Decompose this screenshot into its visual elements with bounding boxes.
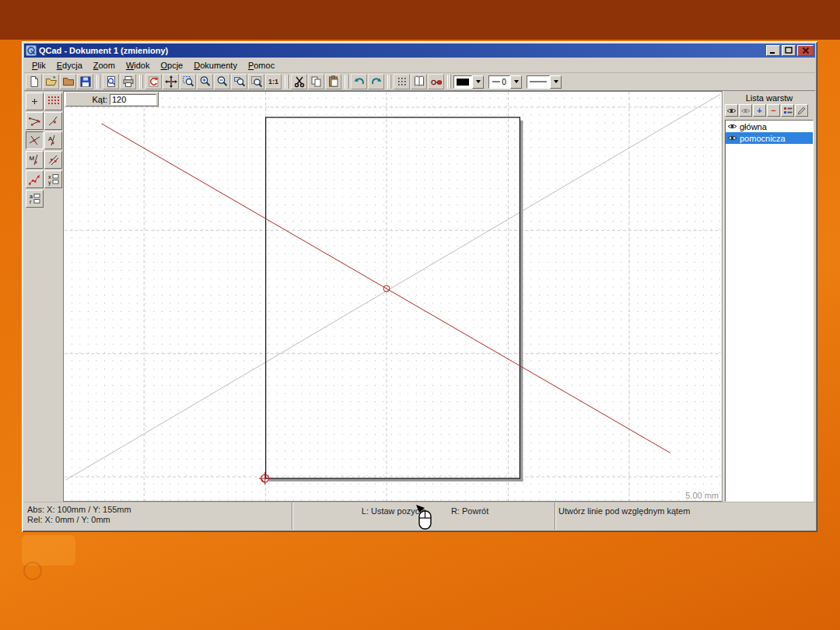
preferences-button[interactable]: [411, 74, 427, 89]
qcad-app-icon: [26, 45, 37, 56]
save-file-button[interactable]: [77, 74, 93, 89]
layer-visibility-icon[interactable]: [727, 123, 737, 130]
points-grid-tool-button[interactable]: [44, 93, 62, 110]
redo-button[interactable]: [368, 74, 384, 89]
cut-button[interactable]: [291, 74, 307, 89]
line-angle-a-tool-button[interactable]: A: [44, 131, 62, 149]
close-file-button[interactable]: [60, 74, 76, 89]
line-width-combo-arrow[interactable]: [510, 75, 522, 89]
zoom-auto-button[interactable]: [248, 74, 264, 89]
menu-zoom[interactable]: Zoom: [88, 59, 121, 72]
layer-row-pomocnicza[interactable]: pomocnicza: [726, 132, 813, 144]
line-two-points-tool-button[interactable]: [26, 112, 44, 130]
hide-layer-button[interactable]: [739, 104, 752, 117]
redo-icon: [370, 75, 383, 88]
zoom-window-button[interactable]: [180, 74, 196, 89]
svg-text:y: y: [48, 180, 51, 186]
pan-button[interactable]: [163, 74, 179, 89]
paste-button[interactable]: [325, 74, 341, 89]
undo-button[interactable]: [351, 74, 367, 89]
right-button-hint: R: Powrót: [451, 506, 488, 530]
window-title: QCad - Dokument 1 (zmieniony): [39, 46, 766, 55]
layers-toolbar: + −: [725, 104, 814, 118]
line-parallel-icon: [47, 153, 60, 166]
line-style-combo-arrow[interactable]: [550, 75, 562, 89]
snap-settings-button[interactable]: [428, 74, 444, 89]
main-toolbar: 1:1: [24, 73, 815, 91]
line-style-combo[interactable]: [527, 75, 562, 89]
zoom-1-1-button[interactable]: 1:1: [265, 74, 282, 89]
drawing-content: [64, 92, 722, 501]
print-preview-button[interactable]: [103, 74, 119, 89]
redraw-button[interactable]: [145, 74, 162, 89]
zoom-out-button[interactable]: [214, 74, 230, 89]
qcad-window: QCad - Dokument 1 (zmieniony) Plik Edycj…: [22, 41, 817, 532]
folder-icon: [62, 75, 75, 88]
line-bisector-tool-button[interactable]: M: [26, 151, 44, 169]
polyline-tool-button[interactable]: [26, 170, 44, 188]
minimize-button[interactable]: [766, 45, 780, 56]
scissors-icon: [293, 75, 306, 88]
layer-row-glowna[interactable]: główna: [726, 121, 813, 132]
svg-text:x: x: [48, 174, 51, 180]
print-button[interactable]: [120, 74, 136, 89]
copy-button[interactable]: [308, 74, 324, 89]
menu-opcje[interactable]: Opcje: [155, 59, 188, 72]
points-grid-icon: [47, 95, 60, 108]
maximize-button[interactable]: [782, 45, 796, 56]
close-button[interactable]: [797, 45, 814, 56]
background-top-band: [0, 0, 840, 40]
layers-list: główna pomocnicza: [725, 120, 814, 502]
menu-dokumenty[interactable]: Dokumenty: [188, 59, 243, 72]
title-bar[interactable]: QCad - Dokument 1 (zmieniony): [24, 44, 815, 58]
delete-layer-button[interactable]: [795, 104, 808, 117]
current-color-icon: [457, 79, 469, 86]
open-file-button[interactable]: [43, 74, 59, 89]
line-width-icon: [492, 80, 500, 83]
line-relative-angle-icon: [28, 134, 41, 147]
color-combo[interactable]: [453, 75, 484, 89]
menu-widok[interactable]: Widok: [121, 59, 156, 72]
point-tool-button[interactable]: [26, 93, 44, 110]
menu-pomoc[interactable]: Pomoc: [243, 59, 280, 72]
zoom-in-button[interactable]: [197, 74, 213, 89]
eye-icon: [726, 107, 737, 114]
background-artifact-circle: [23, 562, 42, 580]
minimize-icon: [769, 47, 777, 54]
new-file-button[interactable]: [26, 74, 42, 89]
remove-layer-button[interactable]: −: [767, 104, 780, 117]
copy-icon: [310, 75, 323, 88]
edit-layer-attributes-button[interactable]: [781, 104, 794, 117]
grid-toggle-button[interactable]: [394, 74, 410, 89]
coordinates-xy-icon: x y: [47, 173, 60, 186]
toolbar-separator: [447, 75, 451, 89]
menu-bar: Plik Edycja Zoom Widok Opcje Dokumenty P…: [24, 58, 815, 73]
layer-visibility-icon[interactable]: [727, 135, 737, 142]
menu-plik[interactable]: Plik: [26, 59, 51, 72]
toolbar-separator: [139, 75, 143, 89]
chevron-down-icon: [554, 80, 558, 83]
toolbar-separator: [285, 75, 289, 89]
zoom-previous-button[interactable]: [231, 74, 247, 89]
layer-name[interactable]: główna: [740, 122, 767, 131]
point-icon: [28, 95, 41, 108]
tool-options-bar: Kąt: 120: [65, 92, 159, 107]
background-artifact-rect: [22, 535, 75, 565]
layer-name[interactable]: pomocnicza: [740, 134, 786, 143]
line-angle-tool-button[interactable]: [44, 112, 62, 130]
angle-input[interactable]: 120: [110, 94, 156, 105]
drawing-canvas[interactable]: Kąt: 120 5.00 mm: [63, 91, 723, 502]
line-parallel-tool-button[interactable]: [44, 151, 62, 169]
layer-attributes-icon: [783, 107, 793, 115]
coordinates-xy-tool-button[interactable]: x y: [44, 170, 62, 188]
color-combo-arrow[interactable]: [472, 75, 484, 89]
menu-edycja[interactable]: Edycja: [51, 59, 88, 72]
add-layer-button[interactable]: +: [753, 104, 766, 117]
line-style-field: [527, 75, 550, 89]
coordinates-angle-radius-tool-button[interactable]: a r: [26, 190, 44, 208]
line-relative-angle-tool-button[interactable]: [26, 131, 44, 149]
line-width-combo[interactable]: 0: [488, 75, 522, 89]
line-bisector-icon: M: [28, 153, 41, 166]
layers-panel-title: Lista warstw: [725, 92, 814, 104]
show-layer-button[interactable]: [725, 104, 738, 117]
